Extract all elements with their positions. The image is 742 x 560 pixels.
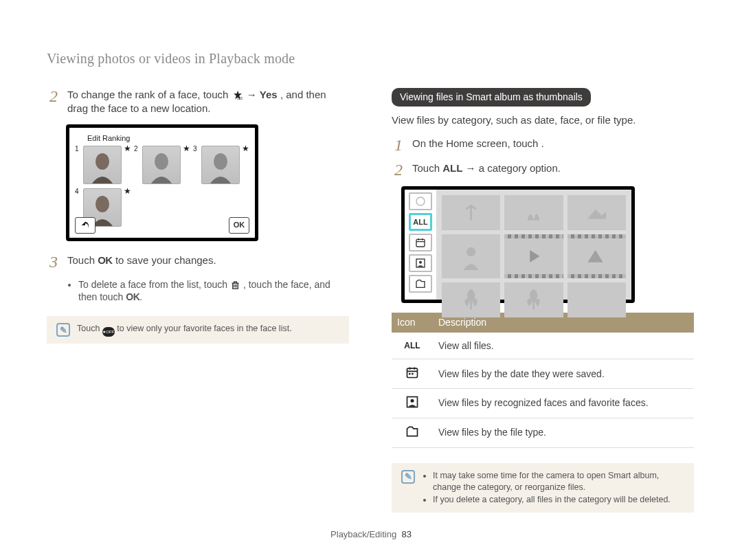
step-3-pre: Touch <box>67 254 98 266</box>
edit-ranking-title: Edit Ranking <box>87 133 249 144</box>
step-2-number: 2 <box>47 88 60 116</box>
face-thumbnail <box>142 146 181 184</box>
arrow-right-icon: → <box>466 162 479 174</box>
star-off-icon: ★OFF <box>102 327 115 337</box>
step-1-body: On the Home screen, touch . <box>412 137 694 153</box>
table-header-icon: Icon <box>392 313 433 333</box>
note-smart-album: ✎ It may take some time for the camera t… <box>392 463 694 513</box>
face-thumbnail <box>83 146 122 184</box>
step-2-all: ALL <box>442 162 462 174</box>
step-2-pre: To change the rank of a face, touch <box>67 89 232 100</box>
svg-point-2 <box>95 153 109 170</box>
table-cell-desc: View all files. <box>433 333 694 359</box>
thumbnail[interactable] <box>504 282 563 317</box>
back-button[interactable] <box>75 217 95 234</box>
svg-point-6 <box>416 197 425 205</box>
thumbnail[interactable] <box>504 195 563 230</box>
star-123-icon: 123 <box>232 90 244 100</box>
step-2-yes: Yes <box>260 89 278 100</box>
sidebar-item-date[interactable] <box>409 234 432 251</box>
right-step-2-body: Touch ALL → a category option. <box>412 161 694 178</box>
svg-point-16 <box>411 399 414 403</box>
edit-ranking-screen: Edit Ranking 1 ★ 2 ★ 3 ★ 4 ★ <box>66 124 258 241</box>
face-thumbnail <box>201 146 240 184</box>
left-column: 2 To change the rank of a face, touch 12… <box>47 88 349 344</box>
note-favorite-faces: ✎ Touch ★OFF to view only your favorite … <box>47 316 349 344</box>
star-icon: ★ <box>124 143 131 154</box>
sidebar-item-filetype[interactable] <box>409 275 432 293</box>
note-list: It may take some time for the camera to … <box>422 470 684 506</box>
svg-point-4 <box>214 153 227 170</box>
note-icon: ✎ <box>401 470 415 484</box>
svg-rect-14 <box>412 373 414 375</box>
album-thumbnails <box>436 190 631 300</box>
note-item-1: It may take some time for the camera to … <box>433 470 684 494</box>
svg-text:123: 123 <box>237 97 243 100</box>
face-cell-2[interactable]: 2 ★ <box>135 146 189 184</box>
arrow-right-icon: → <box>247 89 260 100</box>
sidebar-item-all[interactable]: ALL <box>409 213 432 231</box>
table-cell-desc: View files by the file type. <box>433 418 694 447</box>
thumbnail[interactable] <box>567 282 626 317</box>
thumbnail[interactable] <box>442 282 500 317</box>
svg-point-5 <box>95 196 109 212</box>
step-3-body: Touch OK to save your changes. <box>67 254 349 270</box>
note-pre: Touch <box>77 324 102 333</box>
table-cell-desc: View files by the date they were saved. <box>433 359 694 389</box>
table-cell-desc: View files by recognized faces and favor… <box>433 388 694 418</box>
trash-icon <box>230 280 240 290</box>
footer: Playback/Editing 83 <box>0 528 742 541</box>
svg-point-3 <box>155 153 168 170</box>
note-text: Touch ★OFF to view only your favorite fa… <box>77 323 292 337</box>
face-cell-1[interactable]: 1 ★ <box>76 146 130 184</box>
step-3-post: to save your changes. <box>115 254 216 266</box>
face-rank-4: 4 <box>75 187 79 197</box>
right-step-2-number: 2 <box>392 161 405 178</box>
face-rank-3: 3 <box>193 144 197 154</box>
svg-marker-11 <box>530 250 540 262</box>
all-icon: ALL <box>405 338 420 353</box>
page-number: 83 <box>401 529 411 539</box>
step-2-pre: Touch <box>412 162 442 174</box>
delete-face-1: To delete a face from the list, touch <box>78 279 230 290</box>
delete-face-text: To delete a face from the list, touch , … <box>78 278 349 304</box>
svg-point-9 <box>419 261 422 264</box>
footer-section: Playback/Editing <box>330 529 396 539</box>
note-post: to view only your favorite faces in the … <box>117 324 291 333</box>
thumbnail[interactable] <box>567 195 626 230</box>
ok-button[interactable]: OK <box>229 217 249 234</box>
smart-album-screen: ALL <box>401 186 635 303</box>
sidebar-item-generic[interactable] <box>409 192 432 210</box>
note-icon: ✎ <box>56 323 70 337</box>
star-icon: ★ <box>242 143 249 154</box>
sidebar-item-face[interactable] <box>409 254 432 272</box>
step-1: 1 On the Home screen, touch . <box>392 137 694 153</box>
calendar-icon <box>405 365 420 380</box>
step-3: 3 Touch OK to save your changes. <box>47 254 349 270</box>
face-rank-2: 2 <box>134 144 138 154</box>
thumbnail[interactable] <box>442 195 500 230</box>
face-grid: 1 ★ 2 ★ 3 ★ 4 ★ <box>75 146 249 227</box>
ok-glyph-icon: OK <box>98 254 113 266</box>
svg-rect-7 <box>416 239 425 247</box>
step-3-number: 3 <box>47 254 60 270</box>
ok-glyph-icon: OK <box>126 291 139 302</box>
icon-description-table: Icon Description ALL View all files. Vie… <box>392 313 694 448</box>
face-cell-3[interactable]: 3 ★ <box>194 146 248 184</box>
section-heading: Viewing files in Smart album as thumbnai… <box>392 88 591 107</box>
delete-face-bullet: To delete a face from the list, touch , … <box>69 278 349 304</box>
table-row: ALL View all files. <box>392 333 694 359</box>
thumbnail[interactable] <box>442 234 500 278</box>
page-title: Viewing photos or videos in Playback mod… <box>47 49 295 68</box>
right-step-2: 2 Touch ALL → a category option. <box>392 161 694 178</box>
video-thumbnail[interactable] <box>567 234 626 278</box>
step-2-post: a category option. <box>479 162 561 174</box>
folder-icon <box>405 424 420 439</box>
right-column: Viewing files in Smart album as thumbnai… <box>392 88 694 513</box>
step-2: 2 To change the rank of a face, touch 12… <box>47 88 349 116</box>
star-icon: ★ <box>124 186 131 197</box>
album-sidebar: ALL <box>405 190 436 300</box>
svg-rect-13 <box>409 373 411 375</box>
video-thumbnail[interactable] <box>504 234 563 278</box>
table-row: View files by recognized faces and favor… <box>392 388 694 418</box>
